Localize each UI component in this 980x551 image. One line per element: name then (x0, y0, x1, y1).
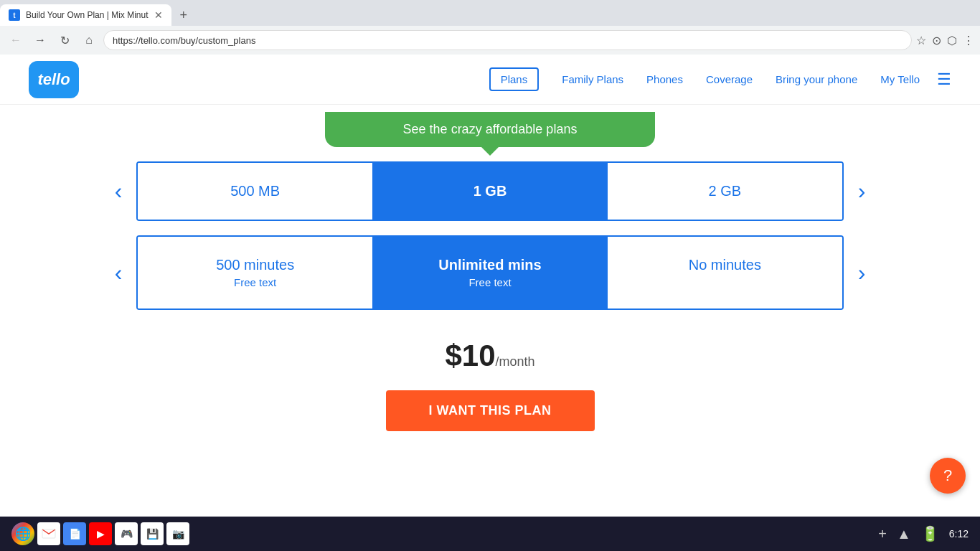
nav-link-mytello[interactable]: My Tello (880, 73, 920, 85)
banner-text: See the crazy affordable plans (403, 122, 578, 136)
minutes-none-line1: No minutes (622, 257, 828, 273)
logo-box: tello (29, 61, 79, 98)
minutes-500-line1: 500 minutes (152, 257, 358, 273)
price-value: $10 (445, 339, 495, 372)
bookmark-icon[interactable]: ☆ (916, 34, 926, 47)
cta-section: I WANT THIS PLAN (0, 385, 980, 437)
data-option-500mb[interactable]: 500 MB (138, 163, 372, 220)
taskbar-photos-icon[interactable]: 📷 (166, 522, 189, 545)
nav-item-mytello[interactable]: My Tello (880, 73, 920, 86)
main-content: See the crazy affordable plans ‹ 500 MB … (0, 105, 980, 437)
nav-links: Plans Family Plans Phones Coverage Bring… (489, 73, 920, 86)
tello-logo[interactable]: tello (29, 61, 79, 98)
taskbar-youtube-icon[interactable]: ▶ (89, 522, 112, 545)
minutes-next-button[interactable]: › (844, 260, 880, 286)
nav-item-family[interactable]: Family Plans (562, 73, 623, 86)
hamburger-menu-icon[interactable]: ☰ (937, 70, 951, 89)
nav-link-coverage[interactable]: Coverage (706, 73, 753, 85)
promo-banner: See the crazy affordable plans (325, 112, 655, 147)
want-plan-button[interactable]: I WANT THIS PLAN (386, 390, 595, 431)
browser-chrome: t Build Your Own Plan | Mix Minut ✕ + ← … (0, 0, 980, 55)
nav-item-byp[interactable]: Bring your phone (776, 73, 857, 86)
data-prev-button[interactable]: ‹ (100, 178, 136, 204)
minutes-option-500[interactable]: 500 minutes Free text (138, 237, 372, 309)
data-500mb-label: 500 MB (152, 183, 358, 199)
minutes-option-none[interactable]: No minutes (608, 237, 842, 309)
address-right-icons: ☆ ⊙ ⬡ ⋮ (916, 34, 974, 47)
banner-wrapper: See the crazy affordable plans (0, 112, 980, 147)
nav-link-family[interactable]: Family Plans (562, 73, 623, 85)
data-next-button[interactable]: › (844, 178, 880, 204)
tab-close-button[interactable]: ✕ (154, 9, 163, 21)
minutes-selector-row: ‹ 500 minutes Free text Unlimited mins F… (100, 235, 880, 310)
forward-button[interactable]: → (30, 30, 50, 50)
more-menu-icon[interactable]: ⋮ (963, 34, 974, 47)
price-amount: $10/month (445, 339, 534, 372)
tab-favicon: t (9, 9, 20, 21)
plan-selectors: ‹ 500 MB 1 GB 2 GB › ‹ (0, 147, 980, 310)
address-input[interactable] (103, 30, 912, 50)
tab-title: Build Your Own Plan | Mix Minut (26, 10, 149, 20)
data-options: 500 MB 1 GB 2 GB (136, 161, 844, 221)
taskbar-system-tray: + ▲ 🔋 6:12 (878, 525, 969, 542)
nav-link-byp[interactable]: Bring your phone (776, 73, 857, 85)
active-tab[interactable]: t Build Your Own Plan | Mix Minut ✕ (0, 4, 171, 26)
taskbar: 🌐 📄 ▶ 🎮 💾 📷 + ▲ 🔋 6:12 (0, 517, 980, 551)
minutes-unlimited-line2: Free text (387, 276, 593, 288)
taskbar-drive-icon[interactable]: 💾 (141, 522, 164, 545)
tello-site: tello Plans Family Plans Phones Coverage… (0, 55, 980, 551)
battery-icon[interactable]: 🔋 (921, 525, 939, 542)
taskbar-gmail-icon[interactable] (37, 522, 60, 545)
profile-icon[interactable]: ⊙ (932, 34, 941, 47)
data-1gb-label: 1 GB (387, 183, 593, 199)
wifi-icon[interactable]: ▲ (897, 526, 911, 542)
data-option-2gb[interactable]: 2 GB (608, 163, 842, 220)
help-button[interactable]: ? (930, 458, 966, 494)
data-option-1gb[interactable]: 1 GB (372, 163, 607, 220)
minutes-option-unlimited[interactable]: Unlimited mins Free text (372, 237, 607, 309)
reload-button[interactable]: ↻ (55, 30, 75, 50)
price-section: $10/month (0, 324, 980, 385)
taskbar-docs-icon[interactable]: 📄 (63, 522, 86, 545)
taskbar-play-icon[interactable]: 🎮 (115, 522, 138, 545)
nav-link-phones[interactable]: Phones (646, 73, 683, 85)
nav-link-plans[interactable]: Plans (489, 67, 540, 91)
address-bar: ← → ↻ ⌂ ☆ ⊙ ⬡ ⋮ (0, 26, 980, 55)
extension-puzzle-icon[interactable]: ⬡ (947, 34, 957, 47)
minutes-500-line2: Free text (152, 276, 358, 288)
network-plus-icon[interactable]: + (878, 526, 887, 542)
minutes-unlimited-line1: Unlimited mins (387, 257, 593, 273)
nav-item-phones[interactable]: Phones (646, 73, 683, 86)
nav-item-plans[interactable]: Plans (489, 73, 540, 86)
back-button[interactable]: ← (6, 30, 26, 50)
tab-bar: t Build Your Own Plan | Mix Minut ✕ + (0, 0, 980, 26)
main-nav: tello Plans Family Plans Phones Coverage… (0, 55, 980, 105)
data-selector-row: ‹ 500 MB 1 GB 2 GB › (100, 161, 880, 221)
data-2gb-label: 2 GB (622, 183, 828, 199)
price-period: /month (496, 354, 535, 369)
minutes-options: 500 minutes Free text Unlimited mins Fre… (136, 235, 844, 310)
nav-item-coverage[interactable]: Coverage (706, 73, 753, 86)
taskbar-time: 6:12 (949, 528, 969, 540)
minutes-prev-button[interactable]: ‹ (100, 260, 136, 286)
taskbar-chrome-icon[interactable]: 🌐 (11, 522, 34, 545)
home-button[interactable]: ⌂ (79, 30, 99, 50)
taskbar-app-icons: 🌐 📄 ▶ 🎮 💾 📷 (11, 522, 189, 545)
new-tab-button[interactable]: + (174, 8, 194, 23)
